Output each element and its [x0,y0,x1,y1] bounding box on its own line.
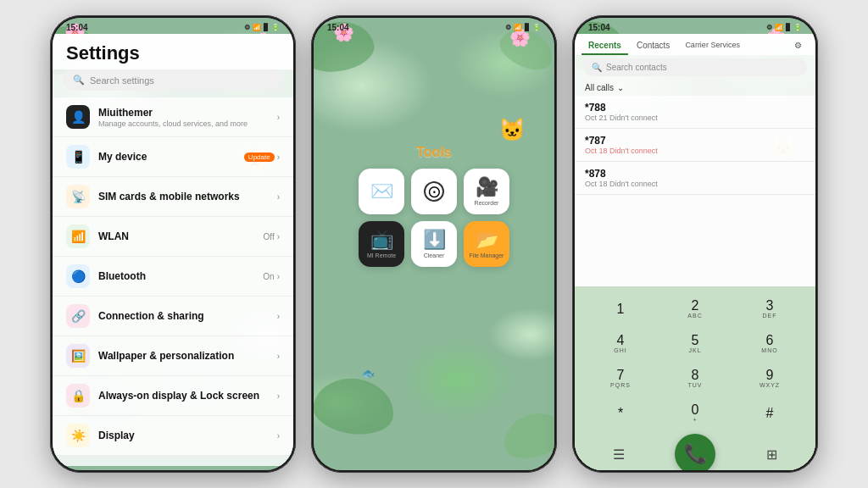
tab-contacts[interactable]: Contacts [630,37,676,55]
tool-remote[interactable]: 📺 MI Remote [359,221,404,267]
dial-key-num: * [618,407,623,420]
status-icons-2: ⚙ 📶 ▊ 🔋 [505,24,541,31]
settings-item-lockscreen[interactable]: 🔒 Always-on display & Lock screen › [53,376,293,416]
lockscreen-title: Always-on display & Lock screen [98,390,277,402]
dial-key-num: 4 [617,334,625,347]
dial-key-num: 9 [766,369,774,382]
tab-recents[interactable]: Recents [581,37,628,55]
mydevice-right: Update › [244,152,280,162]
bluetooth-status: On [263,272,274,281]
status-bar-3: 15:04 ⚙ 📶 ▊ 🔋 [575,18,815,34]
settings-item-wlan[interactable]: 📶 WLAN Off › [53,217,293,257]
sim-text: SIM cards & mobile networks [98,191,277,202]
cleaner-label: Cleaner [424,252,445,258]
call-phone-icon: 📞 [684,443,707,465]
dial-key-*[interactable]: * [585,397,656,429]
tool-cleaner[interactable]: ⬇️ Cleaner [411,221,457,267]
dial-key-7[interactable]: 7PQRS [585,363,656,394]
tool-mail[interactable]: ✉️ [359,169,404,214]
settings-item-mydevice[interactable]: 📱 My device Update › [53,137,293,177]
dial-key-5[interactable]: 5JKL [659,328,731,359]
dial-grid: 12ABC3DEF4GHI5JKL6MNO7PQRS8TUV9WXYZ*0+# [585,293,805,429]
dial-key-letters: JKL [688,347,701,353]
search-icon-dialer: 🔍 [592,63,602,72]
contacts-grid-icon[interactable]: ⊞ [758,441,785,468]
tab-carrier[interactable]: Carrier Services [678,37,747,55]
mydevice-title: My device [98,151,244,163]
tool-scanner[interactable]: ⊙ [411,169,457,214]
bluetooth-icon: ⚙ [244,24,250,31]
dial-key-letters: MNO [761,347,777,353]
dial-key-0[interactable]: 0+ [659,397,731,429]
call-button[interactable]: 📞 [675,434,715,470]
scanner-icon: ⊙ [424,181,444,202]
tools-grid: ✉️ ⊙ 🎥 Recorder 📺 MI Remote [359,169,509,267]
mydevice-text: My device [98,151,244,163]
settings-title: Settings [53,34,293,69]
bluetooth-right: On › [263,272,280,281]
settings-item-display[interactable]: ☀️ Display › [53,416,293,456]
phone-1: 🌸 🌸 🐟 🐱 15:04 ⚙ 📶 ▊ 🔋 Settings 🔍 Search … [50,15,296,473]
dial-key-2[interactable]: 2ABC [659,293,731,324]
dial-key-letters: DEF [763,313,777,319]
dial-key-num: 1 [617,302,625,316]
call-item-2[interactable]: *878 Oct 18 Didn't connect [575,162,815,195]
dial-key-1[interactable]: 1 [585,293,656,324]
sim-title: SIM cards & mobile networks [98,191,277,202]
dialer-tabs: Recents Contacts Carrier Services ⚙ [575,34,815,55]
dial-key-letters: + [693,417,697,423]
dial-key-num: 8 [692,369,699,382]
call-number-2: *878 [585,168,805,180]
dial-key-num: 0 [692,403,699,417]
bluetooth-title: Bluetooth [98,270,263,282]
remote-icon: 📺 [370,229,393,251]
tool-files[interactable]: 📂 File Manager [464,221,509,267]
call-item-0[interactable]: *788 Oct 21 Didn't connect [575,96,815,129]
calls-filter[interactable]: All calls ⌄ [575,80,815,96]
phone-2: 🌸 🌸 🐟 🐱 15:04 ⚙ 📶 ▊ 🔋 Tools ✉️ [311,15,557,473]
wallpaper-right: › [277,352,280,361]
display-title: Display [98,430,277,441]
recorder-icon: 🎥 [476,176,498,198]
dial-key-8[interactable]: 8TUV [659,363,731,394]
dial-key-9[interactable]: 9WXYZ [734,363,805,394]
miuithemer-icon: 👤 [66,105,90,129]
dial-key-letters: PQRS [610,382,631,388]
dial-key-#[interactable]: # [734,397,805,429]
call-item-1[interactable]: *787 Oct 18 Didn't connect [575,129,815,162]
files-label: File Manager [470,252,504,258]
dialer-search[interactable]: 🔍 Search contacts [583,58,807,76]
wlan-right: Off › [264,232,281,241]
signal-icon-3: ▊ [786,24,791,31]
tools-folder: Tools ✉️ ⊙ 🎥 Recorder 📺 [359,145,509,267]
cleaner-icon: ⬇️ [423,229,446,251]
home-screen: Tools ✉️ ⊙ 🎥 Recorder 📺 [314,34,554,470]
keypad-icon[interactable]: ☰ [605,441,632,468]
connection-right: › [277,312,280,321]
status-time-3: 15:04 [588,23,610,32]
dial-key-letters: TUV [688,382,703,388]
dial-key-num: 6 [766,334,774,347]
remote-label: MI Remote [367,252,396,258]
miuithemer-title: Miuithemer [98,107,277,119]
settings-item-miuithemer[interactable]: 👤 Miuithemer Manage accounts, cloud serv… [53,97,293,137]
settings-item-bluetooth[interactable]: 🔵 Bluetooth On › [53,257,293,297]
connection-text: Connection & sharing [98,310,277,322]
settings-item-wallpaper[interactable]: 🖼️ Wallpaper & personalization › [53,336,293,376]
dial-key-4[interactable]: 4GHI [585,328,656,359]
tool-recorder[interactable]: 🎥 Recorder [464,169,509,214]
status-bar: 15:04 ⚙ 📶 ▊ 🔋 [53,18,293,34]
miuithemer-text: Miuithemer Manage accounts, cloud servic… [98,107,277,128]
settings-search[interactable]: 🔍 Search settings [63,69,283,91]
settings-item-sim[interactable]: 📡 SIM cards & mobile networks › [53,177,293,217]
calls-list: *788 Oct 21 Didn't connect *787 Oct 18 D… [575,96,815,286]
files-icon: 📂 [476,229,498,251]
phone-3: 🌸 🐱 🐟 15:04 ⚙ 📶 ▊ 🔋 Recents Contacts Car… [572,15,818,473]
mail-icon: ✉️ [370,180,393,202]
settings-tab-icon[interactable]: ⚙ [787,37,809,55]
settings-item-connection[interactable]: 🔗 Connection & sharing › [53,297,293,336]
dial-key-6[interactable]: 6MNO [734,328,805,359]
wifi-icon-3: 📶 [775,24,783,31]
dialer-pad: 12ABC3DEF4GHI5JKL6MNO7PQRS8TUV9WXYZ*0+# … [575,286,815,470]
dial-key-3[interactable]: 3DEF [734,293,805,324]
